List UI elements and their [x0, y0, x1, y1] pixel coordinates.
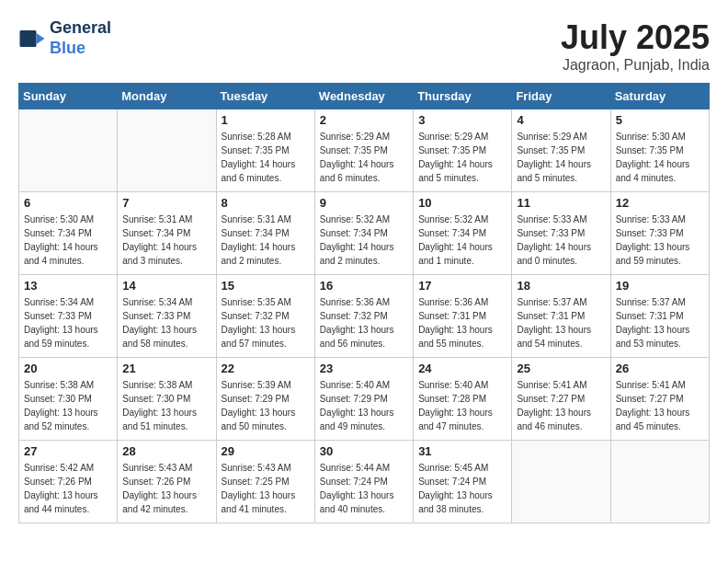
- calendar-cell: [118, 109, 216, 192]
- calendar-cell: 24Sunrise: 5:40 AM Sunset: 7:28 PM Dayli…: [414, 358, 512, 441]
- title-area: July 2025 Jagraon, Punjab, India: [561, 18, 710, 74]
- week-row-1: 1Sunrise: 5:28 AM Sunset: 7:35 PM Daylig…: [19, 109, 710, 192]
- calendar-cell: 13Sunrise: 5:34 AM Sunset: 7:33 PM Dayli…: [19, 275, 118, 358]
- day-info: Sunrise: 5:42 AM Sunset: 7:26 PM Dayligh…: [24, 461, 112, 516]
- svg-rect-0: [20, 30, 37, 47]
- calendar-cell: 21Sunrise: 5:38 AM Sunset: 7:30 PM Dayli…: [118, 358, 216, 441]
- day-info: Sunrise: 5:31 AM Sunset: 7:34 PM Dayligh…: [122, 213, 210, 268]
- calendar-cell: [512, 441, 610, 523]
- day-number: 4: [517, 113, 605, 127]
- calendar-cell: 22Sunrise: 5:39 AM Sunset: 7:29 PM Dayli…: [216, 358, 314, 441]
- day-info: Sunrise: 5:43 AM Sunset: 7:26 PM Dayligh…: [122, 461, 210, 516]
- calendar-cell: 2Sunrise: 5:29 AM Sunset: 7:35 PM Daylig…: [314, 109, 413, 192]
- calendar-cell: 4Sunrise: 5:29 AM Sunset: 7:35 PM Daylig…: [512, 109, 610, 192]
- calendar-cell: 14Sunrise: 5:34 AM Sunset: 7:33 PM Dayli…: [118, 275, 216, 358]
- day-info: Sunrise: 5:40 AM Sunset: 7:29 PM Dayligh…: [320, 378, 408, 433]
- calendar-cell: 19Sunrise: 5:37 AM Sunset: 7:31 PM Dayli…: [610, 275, 709, 358]
- calendar-cell: 27Sunrise: 5:42 AM Sunset: 7:26 PM Dayli…: [19, 441, 118, 523]
- week-row-4: 20Sunrise: 5:38 AM Sunset: 7:30 PM Dayli…: [19, 358, 710, 441]
- day-number: 14: [122, 279, 210, 293]
- day-info: Sunrise: 5:43 AM Sunset: 7:25 PM Dayligh…: [222, 461, 310, 516]
- page-header: General Blue July 2025 Jagraon, Punjab, …: [18, 18, 710, 74]
- day-number: 12: [616, 196, 704, 210]
- weekday-tuesday: Tuesday: [216, 84, 314, 109]
- day-number: 30: [320, 444, 408, 458]
- day-number: 26: [616, 362, 704, 375]
- calendar-cell: 20Sunrise: 5:38 AM Sunset: 7:30 PM Dayli…: [19, 358, 118, 441]
- calendar-cell: 6Sunrise: 5:30 AM Sunset: 7:34 PM Daylig…: [19, 192, 118, 275]
- logo: General Blue: [18, 18, 111, 58]
- weekday-friday: Friday: [512, 84, 610, 109]
- day-number: 31: [418, 444, 506, 458]
- day-number: 25: [517, 362, 605, 375]
- week-row-2: 6Sunrise: 5:30 AM Sunset: 7:34 PM Daylig…: [19, 192, 710, 275]
- calendar-cell: 7Sunrise: 5:31 AM Sunset: 7:34 PM Daylig…: [118, 192, 216, 275]
- day-number: 9: [320, 196, 408, 210]
- day-number: 2: [320, 113, 408, 127]
- day-number: 8: [222, 196, 310, 210]
- calendar-cell: 10Sunrise: 5:32 AM Sunset: 7:34 PM Dayli…: [414, 192, 512, 275]
- calendar-cell: 18Sunrise: 5:37 AM Sunset: 7:31 PM Dayli…: [512, 275, 610, 358]
- day-info: Sunrise: 5:32 AM Sunset: 7:34 PM Dayligh…: [418, 213, 506, 268]
- day-info: Sunrise: 5:29 AM Sunset: 7:35 PM Dayligh…: [418, 130, 506, 185]
- logo-icon: [18, 25, 46, 52]
- day-info: Sunrise: 5:29 AM Sunset: 7:35 PM Dayligh…: [517, 130, 605, 185]
- week-row-3: 13Sunrise: 5:34 AM Sunset: 7:33 PM Dayli…: [19, 275, 710, 358]
- svg-marker-1: [37, 33, 45, 44]
- calendar-cell: 8Sunrise: 5:31 AM Sunset: 7:34 PM Daylig…: [216, 192, 314, 275]
- calendar-cell: 31Sunrise: 5:45 AM Sunset: 7:24 PM Dayli…: [414, 441, 512, 523]
- day-number: 11: [517, 196, 605, 210]
- weekday-saturday: Saturday: [610, 84, 709, 109]
- calendar-cell: 15Sunrise: 5:35 AM Sunset: 7:32 PM Dayli…: [216, 275, 314, 358]
- day-number: 21: [122, 362, 210, 375]
- day-info: Sunrise: 5:45 AM Sunset: 7:24 PM Dayligh…: [418, 461, 506, 516]
- day-info: Sunrise: 5:33 AM Sunset: 7:33 PM Dayligh…: [517, 213, 605, 268]
- day-info: Sunrise: 5:39 AM Sunset: 7:29 PM Dayligh…: [222, 378, 310, 433]
- day-info: Sunrise: 5:31 AM Sunset: 7:34 PM Dayligh…: [222, 213, 310, 268]
- day-info: Sunrise: 5:34 AM Sunset: 7:33 PM Dayligh…: [24, 295, 112, 350]
- day-number: 17: [418, 279, 506, 293]
- day-info: Sunrise: 5:41 AM Sunset: 7:27 PM Dayligh…: [517, 378, 605, 433]
- day-info: Sunrise: 5:32 AM Sunset: 7:34 PM Dayligh…: [320, 213, 408, 268]
- calendar-cell: 17Sunrise: 5:36 AM Sunset: 7:31 PM Dayli…: [414, 275, 512, 358]
- logo-text: General Blue: [50, 18, 111, 58]
- calendar-cell: [610, 441, 709, 523]
- calendar-cell: [19, 109, 118, 192]
- weekday-sunday: Sunday: [19, 84, 118, 109]
- calendar-cell: 25Sunrise: 5:41 AM Sunset: 7:27 PM Dayli…: [512, 358, 610, 441]
- day-number: 13: [24, 279, 112, 293]
- day-info: Sunrise: 5:40 AM Sunset: 7:28 PM Dayligh…: [418, 378, 506, 433]
- weekday-header-row: SundayMondayTuesdayWednesdayThursdayFrid…: [19, 84, 710, 109]
- day-info: Sunrise: 5:30 AM Sunset: 7:34 PM Dayligh…: [24, 213, 112, 268]
- day-number: 24: [418, 362, 506, 375]
- day-info: Sunrise: 5:30 AM Sunset: 7:35 PM Dayligh…: [616, 130, 704, 185]
- day-number: 1: [222, 113, 310, 127]
- calendar-cell: 26Sunrise: 5:41 AM Sunset: 7:27 PM Dayli…: [610, 358, 709, 441]
- day-number: 18: [517, 279, 605, 293]
- weekday-thursday: Thursday: [414, 84, 512, 109]
- calendar-cell: 5Sunrise: 5:30 AM Sunset: 7:35 PM Daylig…: [610, 109, 709, 192]
- day-info: Sunrise: 5:37 AM Sunset: 7:31 PM Dayligh…: [616, 295, 704, 350]
- day-info: Sunrise: 5:28 AM Sunset: 7:35 PM Dayligh…: [222, 130, 310, 185]
- weekday-wednesday: Wednesday: [314, 84, 413, 109]
- calendar-cell: 3Sunrise: 5:29 AM Sunset: 7:35 PM Daylig…: [414, 109, 512, 192]
- day-number: 16: [320, 279, 408, 293]
- day-info: Sunrise: 5:34 AM Sunset: 7:33 PM Dayligh…: [122, 295, 210, 350]
- calendar-cell: 11Sunrise: 5:33 AM Sunset: 7:33 PM Dayli…: [512, 192, 610, 275]
- calendar-cell: 23Sunrise: 5:40 AM Sunset: 7:29 PM Dayli…: [314, 358, 413, 441]
- day-number: 15: [222, 279, 310, 293]
- day-info: Sunrise: 5:33 AM Sunset: 7:33 PM Dayligh…: [616, 213, 704, 268]
- calendar-header: SundayMondayTuesdayWednesdayThursdayFrid…: [19, 84, 710, 109]
- day-info: Sunrise: 5:38 AM Sunset: 7:30 PM Dayligh…: [122, 378, 210, 433]
- calendar-cell: 28Sunrise: 5:43 AM Sunset: 7:26 PM Dayli…: [118, 441, 216, 523]
- day-number: 23: [320, 362, 408, 375]
- day-info: Sunrise: 5:44 AM Sunset: 7:24 PM Dayligh…: [320, 461, 408, 516]
- day-number: 28: [122, 444, 210, 458]
- calendar-cell: 9Sunrise: 5:32 AM Sunset: 7:34 PM Daylig…: [314, 192, 413, 275]
- day-info: Sunrise: 5:38 AM Sunset: 7:30 PM Dayligh…: [24, 378, 112, 433]
- calendar-cell: 12Sunrise: 5:33 AM Sunset: 7:33 PM Dayli…: [610, 192, 709, 275]
- day-info: Sunrise: 5:29 AM Sunset: 7:35 PM Dayligh…: [320, 130, 408, 185]
- day-number: 27: [24, 444, 112, 458]
- day-number: 7: [122, 196, 210, 210]
- day-number: 29: [222, 444, 310, 458]
